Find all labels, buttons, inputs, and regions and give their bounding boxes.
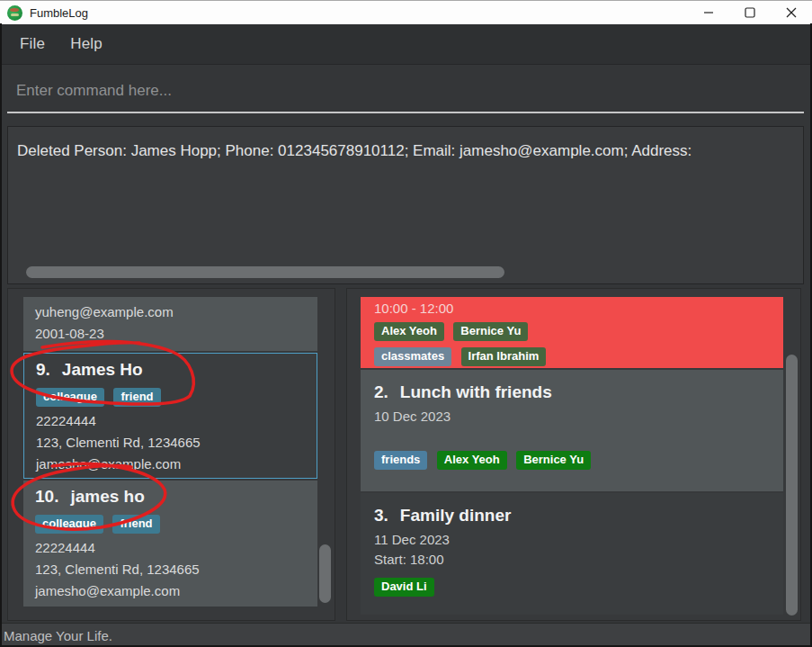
person-title: 10.james ho bbox=[23, 481, 317, 507]
event-list-scrollbar[interactable] bbox=[786, 355, 798, 616]
event-index: 3. bbox=[374, 506, 388, 525]
person-name: James Ho bbox=[62, 360, 143, 379]
minimize-button[interactable] bbox=[688, 1, 729, 24]
event-person-tag: Bernice Yu bbox=[516, 451, 591, 470]
person-birthday: 2001-08-23 bbox=[23, 323, 317, 345]
menubar: File Help bbox=[0, 23, 812, 65]
event-person-tag: Bernice Yu bbox=[453, 322, 528, 341]
event-card[interactable]: 10:00 - 12:00 Alex Yeoh Bernice Yu class… bbox=[361, 297, 783, 368]
maximize-button[interactable] bbox=[729, 1, 771, 24]
person-tag: friend bbox=[112, 515, 159, 534]
titlebar: FumbleLog bbox=[0, 0, 812, 24]
person-tag: colleague bbox=[35, 515, 103, 534]
person-title: 9.James Ho bbox=[24, 354, 317, 380]
event-name: Family dinner bbox=[400, 506, 512, 525]
person-index: 9. bbox=[36, 360, 50, 379]
close-icon bbox=[786, 7, 797, 18]
person-fields: 22224444 123, Clementi Rd, 1234665 james… bbox=[24, 407, 317, 475]
event-list-panel: 10:00 - 12:00 Alex Yeoh Bernice Yu class… bbox=[346, 288, 801, 621]
event-index: 2. bbox=[374, 382, 388, 401]
person-card[interactable]: 9.James Ho colleague friend 22224444 123… bbox=[23, 353, 317, 479]
result-horizontal-scrollbar[interactable] bbox=[26, 266, 504, 278]
person-index: 10. bbox=[35, 487, 58, 506]
person-address: 123, Clementi Rd, 1234665 bbox=[35, 559, 317, 580]
event-tags-row: Alex Yeoh Bernice Yu bbox=[361, 316, 783, 341]
event-title: 3.Family dinner bbox=[361, 493, 783, 526]
menu-help[interactable]: Help bbox=[70, 35, 103, 53]
person-list-scrollbar[interactable] bbox=[319, 544, 331, 603]
person-tags: colleague friend bbox=[23, 507, 317, 534]
window-controls bbox=[688, 1, 812, 24]
person-tags: colleague friend bbox=[24, 380, 317, 407]
person-card[interactable]: 10.james ho colleague friend 22224444 12… bbox=[23, 481, 317, 607]
app-logo-icon bbox=[7, 5, 22, 21]
event-tags-row: friends Alex Yeoh Bernice Yu bbox=[361, 426, 783, 470]
person-tag: colleague bbox=[36, 388, 104, 407]
maximize-icon bbox=[745, 7, 755, 18]
main-area: yuheng@example.com 2001-08-23 9.James Ho… bbox=[0, 288, 812, 623]
person-phone: 22224444 bbox=[35, 537, 317, 559]
command-input[interactable] bbox=[7, 65, 804, 113]
event-card[interactable]: 3.Family dinner 11 Dec 2023 Start: 18:00… bbox=[361, 493, 783, 615]
menu-file[interactable]: File bbox=[20, 35, 45, 53]
event-time: 10:00 - 12:00 bbox=[361, 297, 783, 316]
event-card[interactable]: 2.Lunch with friends 10 Dec 2023 friends… bbox=[361, 370, 783, 491]
window-edge-left bbox=[0, 23, 2, 647]
event-group-tag: friends bbox=[374, 451, 427, 470]
status-text: Manage Your Life. bbox=[4, 628, 112, 643]
event-title: 2.Lunch with friends bbox=[361, 370, 783, 402]
event-person-tag: Irfan Ibrahim bbox=[461, 347, 547, 366]
person-email: jamesho@example.com bbox=[35, 580, 317, 602]
result-display: Deleted Person: James Hopp; Phone: 01234… bbox=[7, 126, 804, 284]
person-phone: 22224444 bbox=[36, 410, 317, 432]
event-date: 10 Dec 2023 bbox=[361, 402, 783, 426]
event-tags-row: David Li bbox=[361, 569, 783, 597]
person-email: yuheng@example.com bbox=[23, 301, 317, 323]
event-person-tag: Alex Yeoh bbox=[374, 322, 444, 341]
person-card[interactable]: yuheng@example.com 2001-08-23 bbox=[23, 297, 317, 351]
person-name: james ho bbox=[70, 487, 144, 506]
event-start-time: Start: 18:00 bbox=[361, 549, 783, 569]
event-person-tag: David Li bbox=[374, 578, 434, 597]
minimize-icon bbox=[703, 7, 714, 18]
command-row bbox=[7, 65, 804, 117]
statusbar: Manage Your Life. bbox=[0, 623, 812, 647]
event-date: 11 Dec 2023 bbox=[361, 526, 783, 549]
person-email: jamesho@example.com bbox=[36, 454, 317, 475]
window-title: FumbleLog bbox=[30, 6, 88, 20]
close-button[interactable] bbox=[771, 1, 812, 24]
person-tag: friend bbox=[113, 388, 160, 407]
event-group-tag: classmates bbox=[374, 347, 451, 366]
event-tags-row: classmates Irfan Ibrahim bbox=[361, 341, 783, 366]
person-list-panel: yuheng@example.com 2001-08-23 9.James Ho… bbox=[7, 288, 335, 621]
event-person-tag: Alex Yeoh bbox=[437, 451, 507, 470]
result-text: Deleted Person: James Hopp; Phone: 01234… bbox=[8, 127, 803, 160]
person-address: 123, Clementi Rd, 1234665 bbox=[36, 432, 317, 454]
event-name: Lunch with friends bbox=[400, 382, 552, 401]
person-fields: 22224444 123, Clementi Rd, 1234665 james… bbox=[23, 534, 317, 602]
app-window: FumbleLog File Help bbox=[0, 0, 812, 647]
